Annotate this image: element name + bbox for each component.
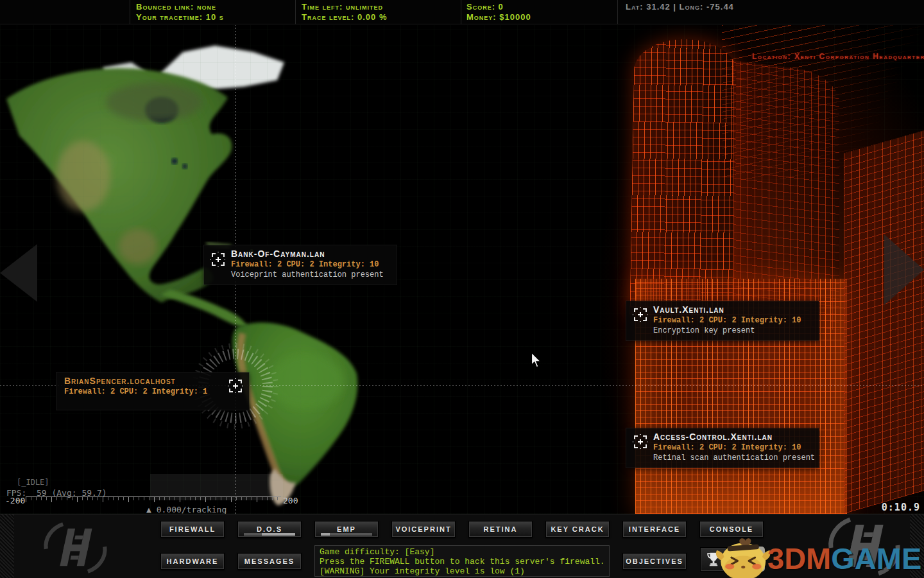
watermark-game: GAME bbox=[831, 541, 921, 575]
status-separator bbox=[617, 0, 618, 24]
trace-level-status: Trace level: 0.00 % bbox=[302, 12, 387, 22]
money-status: Money: $10000 bbox=[466, 12, 531, 22]
emp-button-label: EMP bbox=[337, 525, 356, 533]
left-arrow-icon[interactable] bbox=[0, 244, 37, 302]
he-logo bbox=[35, 520, 116, 576]
building-tower-top bbox=[629, 39, 737, 317]
tracking-readout: ▲ 0.000/tracking bbox=[146, 505, 227, 514]
cursor-icon bbox=[531, 353, 542, 368]
mission-timer: 0:10.9 bbox=[871, 502, 920, 513]
game-screen: Bounced link: none Your tracetime: 10 s … bbox=[0, 0, 924, 578]
status-separator bbox=[295, 0, 296, 24]
server-tooltip-bank: Bank-Of-Cayman.lan Firewall: 2 CPU: 2 In… bbox=[204, 245, 397, 285]
server-target-crosshair[interactable] bbox=[632, 306, 649, 323]
server-name: Access-Control.Xenti.lan bbox=[653, 432, 811, 442]
server-tooltip-vault: Vault.Xenti.lan Firewall: 2 CPU: 2 Integ… bbox=[626, 301, 819, 340]
dos-charge-bar bbox=[244, 533, 295, 536]
dos-button[interactable]: D.O.S bbox=[237, 521, 302, 538]
voiceprint-button[interactable]: VOICEPRINT bbox=[391, 521, 456, 538]
server-name: Bank-Of-Cayman.lan bbox=[231, 249, 389, 259]
lat-long-readout: Lat: 31.42 | Long: -75.44 bbox=[626, 2, 734, 12]
toolbar: FIREWALL D.O.S EMP VOICEPRINT RETINA KEY… bbox=[0, 514, 924, 578]
messages-button[interactable]: MESSAGES bbox=[237, 553, 302, 570]
score-status: Score: 0 bbox=[466, 2, 531, 12]
server-name: BrianSpencer.localhost bbox=[64, 376, 241, 387]
console-message-box: Game difficulty: [Easy] Press the FIREWA… bbox=[314, 545, 610, 577]
server-note: Encryption key present bbox=[653, 326, 811, 336]
firewall-button[interactable]: FIREWALL bbox=[160, 521, 225, 538]
server-target-crosshair[interactable] bbox=[632, 434, 649, 450]
emp-button[interactable]: EMP bbox=[314, 521, 379, 538]
status-separator bbox=[130, 0, 130, 24]
server-target-crosshair[interactable] bbox=[227, 378, 244, 394]
server-stats: Firewall: 2 CPU: 2 Integrity: 10 bbox=[653, 442, 811, 453]
map-viewport[interactable]: Location: Xenti Corporation Headquarters bbox=[0, 25, 924, 514]
emp-charge-bar bbox=[321, 533, 372, 536]
status-separator bbox=[461, 0, 461, 24]
server-stats: Firewall: 2 CPU: 2 Integrity: 10 bbox=[231, 259, 389, 270]
time-left-status: Time left: unlimited bbox=[302, 2, 387, 12]
server-stats: Firewall: 2 CPU: 2 Integrity: 10 bbox=[653, 315, 811, 326]
dos-button-label: D.O.S bbox=[257, 525, 282, 533]
console-line: Game difficulty: [Easy] bbox=[320, 547, 604, 557]
server-tooltip-access-control: Access-Control.Xenti.lan Firewall: 2 CPU… bbox=[626, 428, 819, 468]
interface-button[interactable]: INTERFACE bbox=[622, 521, 687, 538]
toolbar-edge-texture bbox=[0, 514, 14, 578]
server-target-crosshair[interactable] bbox=[210, 251, 227, 268]
server-note: Retinal scan authentication present bbox=[653, 453, 811, 463]
retina-button[interactable]: RETINA bbox=[468, 521, 533, 538]
server-note: Voiceprint authentication present bbox=[231, 270, 389, 280]
idle-status: [_IDLE] bbox=[17, 478, 49, 487]
watermark-3dm: 3DM bbox=[767, 541, 831, 575]
server-name: Vault.Xenti.lan bbox=[653, 304, 811, 315]
3dmgame-watermark: 3DMGAME bbox=[767, 541, 921, 576]
objectives-button[interactable]: OBJECTIVES bbox=[622, 553, 687, 570]
tracetime-status: Your tracetime: 10 s bbox=[136, 12, 224, 22]
server-stats: Firewall: 2 CPU: 2 Integrity: 1 bbox=[64, 387, 241, 397]
building-wing bbox=[844, 130, 924, 514]
server-tooltip-localhost: BrianSpencer.localhost Firewall: 2 CPU: … bbox=[56, 372, 249, 410]
hardware-button[interactable]: HARDWARE bbox=[160, 553, 225, 570]
right-arrow-icon[interactable] bbox=[884, 234, 924, 305]
ruler-max-label: 200 bbox=[283, 496, 298, 505]
ruler-min-label: -200 bbox=[5, 496, 25, 505]
key-crack-button[interactable]: KEY CRACK bbox=[545, 521, 610, 538]
bounced-link-status: Bounced link: none bbox=[136, 2, 224, 12]
console-line: [WARNING] Your integrity level is low (1… bbox=[320, 566, 604, 576]
location-label: Location: Xenti Corporation Headquarters bbox=[752, 52, 924, 61]
status-bar: Bounced link: none Your tracetime: 10 s … bbox=[0, 0, 924, 24]
console-line: Press the FIREWALL button to hack this s… bbox=[320, 557, 604, 566]
